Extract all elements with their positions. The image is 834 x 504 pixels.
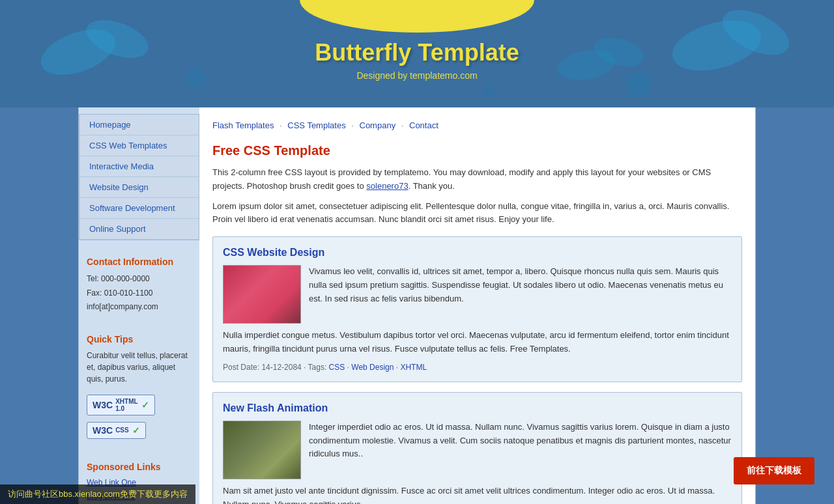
- sidebar-item-css-web-templates[interactable]: CSS Web Templates: [79, 135, 199, 156]
- page-outer: Butterfly Template Designed by templatem…: [0, 0, 834, 504]
- breadcrumb-flash-templates[interactable]: Flash Templates: [212, 120, 274, 130]
- main-content: Flash Templates · CSS Templates · Compan…: [199, 107, 755, 504]
- intro-paragraph-2: Lorem ipsum dolor sit amet, consectetuer…: [212, 200, 742, 227]
- sidebar-item-interactive-media[interactable]: Interactive Media: [79, 156, 199, 177]
- page-title: Free CSS Template: [212, 143, 742, 158]
- sidebar-item-website-design[interactable]: Website Design: [79, 177, 199, 198]
- solenero-link[interactable]: solenero73: [366, 181, 408, 191]
- breadcrumb: Flash Templates · CSS Templates · Compan…: [212, 117, 742, 133]
- article-2-body: Integer imperdiet odio ac eros. Ut id ma…: [223, 421, 732, 461]
- sidebar-nav: Homepage CSS Web Templates Interactive M…: [79, 114, 199, 240]
- sidebar-link-homepage[interactable]: Homepage: [79, 114, 199, 135]
- article-2: New Flash Animation Integer imperdiet od…: [212, 392, 742, 504]
- breadcrumb-sep-2: ·: [351, 120, 356, 130]
- w3c-css-badge: W3C CSS ✓: [87, 422, 146, 439]
- contact-section: Contact Information Tel: 000-000-0000 Fa…: [79, 250, 199, 321]
- svg-point-9: [482, 85, 495, 98]
- breadcrumb-contact[interactable]: Contact: [409, 120, 439, 130]
- sidebar-link-css-web-templates[interactable]: CSS Web Templates: [79, 135, 199, 156]
- w3c-xhtml-badge: W3C XHTML1.0 ✓: [87, 395, 155, 415]
- sidebar-item-online-support[interactable]: Online Support: [79, 219, 199, 240]
- article-1: CSS Website Design Vivamus leo velit, co…: [212, 236, 742, 382]
- contact-title: Contact Information: [87, 257, 192, 267]
- tag-web-design[interactable]: Web Design: [351, 363, 394, 372]
- sponsored-title: Sponsored Links: [87, 462, 192, 472]
- quick-tips-section: Quick Tips Curabitur velit tellus, place…: [79, 328, 199, 449]
- article-1-meta: Post Date: 14-12-2084 · Tags: CSS · Web …: [223, 363, 732, 372]
- contact-tel: Tel: 000-000-0000: [87, 272, 192, 287]
- article-2-para-2: Nam sit amet justo vel ante tincidunt di…: [223, 484, 732, 504]
- sidebar-link-interactive-media[interactable]: Interactive Media: [79, 156, 199, 177]
- sidebar-link-software-development[interactable]: Software Development: [79, 198, 199, 219]
- tag-xhtml[interactable]: XHTML: [400, 363, 427, 372]
- breadcrumb-css-templates[interactable]: CSS Templates: [287, 120, 345, 130]
- quick-tips-text: Curabitur velit tellus, placerat et, dap…: [87, 350, 192, 385]
- tag-css[interactable]: CSS: [329, 363, 345, 372]
- site-title: Butterfly Template: [0, 0, 834, 66]
- site-subtitle: Designed by templatemo.com: [0, 70, 834, 81]
- article-1-para-2: Nulla imperdiet congue metus. Vestibulum…: [223, 329, 732, 356]
- article-1-image: [223, 265, 301, 324]
- sidebar: Homepage CSS Web Templates Interactive M…: [79, 107, 199, 504]
- breadcrumb-sep-1: ·: [280, 120, 284, 130]
- sidebar-item-software-development[interactable]: Software Development: [79, 198, 199, 219]
- community-banner: 访问曲号社区bbs.xienlao.com免费下载更多内容: [0, 484, 195, 504]
- article-1-date: 14-12-2084: [261, 363, 301, 372]
- contact-email: info[at]company.com: [87, 300, 192, 315]
- sidebar-link-online-support[interactable]: Online Support: [79, 219, 199, 240]
- breadcrumb-company[interactable]: Company: [360, 120, 396, 130]
- contact-info: Tel: 000-000-0000 Fax: 010-010-1100 info…: [87, 272, 192, 315]
- sidebar-link-website-design[interactable]: Website Design: [79, 177, 199, 198]
- article-2-image: [223, 421, 301, 479]
- intro-paragraph-1: This 2-column free CSS layout is provide…: [212, 166, 742, 193]
- quick-tips-title: Quick Tips: [87, 334, 192, 344]
- header: Butterfly Template Designed by templatem…: [0, 0, 834, 107]
- w3c-badges: W3C XHTML1.0 ✓ W3C CSS ✓: [87, 391, 192, 442]
- article-1-body: Vivamus leo velit, convallis id, ultrice…: [223, 265, 732, 305]
- article-1-title: CSS Website Design: [223, 247, 732, 259]
- contact-fax: Fax: 010-010-1100: [87, 287, 192, 301]
- breadcrumb-sep-3: ·: [401, 120, 406, 130]
- content-area: Homepage CSS Web Templates Interactive M…: [78, 107, 756, 504]
- download-button[interactable]: 前往下载模板: [734, 457, 814, 484]
- sidebar-item-homepage[interactable]: Homepage: [79, 114, 199, 135]
- article-2-title: New Flash Animation: [223, 402, 732, 414]
